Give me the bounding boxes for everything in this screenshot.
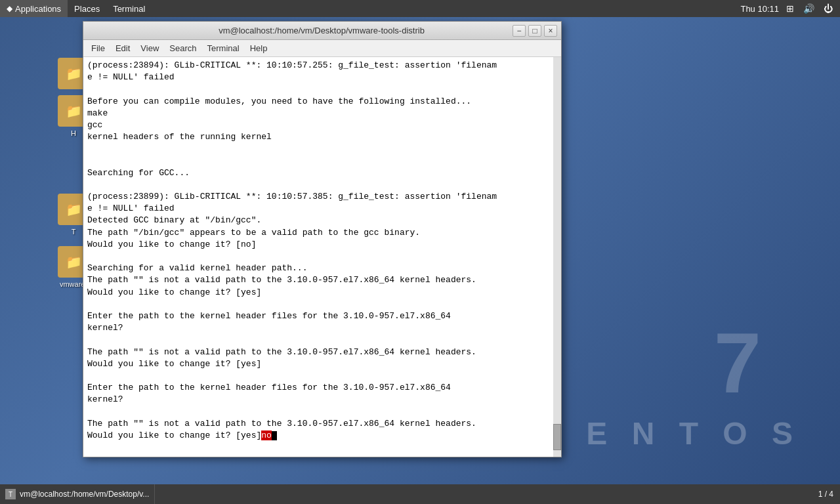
menu-view[interactable]: View	[135, 42, 164, 54]
centos-number: 7	[714, 314, 761, 412]
terminal-label: Terminal	[113, 4, 145, 14]
taskbar-window-icon: T	[5, 489, 16, 499]
centos-watermark: C E N T O S	[539, 415, 801, 452]
applications-menu[interactable]: ◆ Applications	[0, 0, 68, 17]
desktop-icon-label-3: T	[72, 228, 76, 236]
terminal-input-highlighted[interactable]: no	[261, 430, 272, 440]
terminal-menu[interactable]: Terminal	[106, 0, 152, 17]
menu-help[interactable]: Help	[245, 42, 273, 54]
terminal-titlebar: vm@localhost:/home/vm/Desktop/vmware-too…	[83, 22, 561, 40]
terminal-controls: − □ ×	[513, 25, 557, 37]
menu-file[interactable]: File	[86, 42, 110, 54]
menu-terminal[interactable]: Terminal	[202, 42, 245, 54]
time-display: Thu 10:11	[740, 4, 779, 14]
taskbar-window-label: vm@localhost:/home/vm/Desktop/v...	[20, 490, 149, 499]
desktop-icon-label-2: H	[71, 129, 76, 137]
network-icon[interactable]: ⊞	[784, 3, 796, 14]
terminal-content: (process:23894): GLib-CRITICAL **: 10:10…	[83, 57, 561, 457]
minimize-button[interactable]: −	[513, 25, 526, 37]
menu-edit[interactable]: Edit	[110, 42, 135, 54]
terminal-scrollbar[interactable]	[553, 57, 561, 457]
terminal-scrollbar-thumb[interactable]	[553, 424, 561, 450]
taskbar-page-indicator: 1 / 4	[818, 490, 840, 499]
maximize-button[interactable]: □	[528, 25, 541, 37]
terminal-menubar: File Edit View Search Terminal Help	[83, 40, 561, 57]
places-menu[interactable]: Places	[68, 0, 106, 17]
taskbar-right: Thu 10:11 ⊞ 🔊 ⏻	[740, 3, 840, 14]
terminal-window: vm@localhost:/home/vm/Desktop/vmware-too…	[83, 21, 562, 457]
taskbar-bottom: T vm@localhost:/home/vm/Desktop/v... 1 /…	[0, 484, 840, 504]
close-button[interactable]: ×	[544, 25, 557, 37]
taskbar-top: ◆ Applications Places Terminal Thu 10:11…	[0, 0, 840, 17]
taskbar-left: ◆ Applications Places Terminal	[0, 0, 152, 17]
applications-label: Applications	[15, 4, 61, 14]
terminal-title: vm@localhost:/home/vm/Desktop/vmware-too…	[131, 26, 513, 35]
power-icon[interactable]: ⏻	[822, 3, 835, 14]
taskbar-window-item[interactable]: T vm@localhost:/home/vm/Desktop/v...	[0, 484, 155, 504]
places-label: Places	[74, 4, 100, 14]
terminal-body[interactable]: (process:23894): GLib-CRITICAL **: 10:10…	[83, 57, 561, 457]
volume-icon[interactable]: 🔊	[801, 3, 816, 14]
terminal-cursor	[272, 431, 277, 440]
menu-search[interactable]: Search	[164, 42, 201, 54]
desktop: ◆ Applications Places Terminal Thu 10:11…	[0, 0, 840, 504]
